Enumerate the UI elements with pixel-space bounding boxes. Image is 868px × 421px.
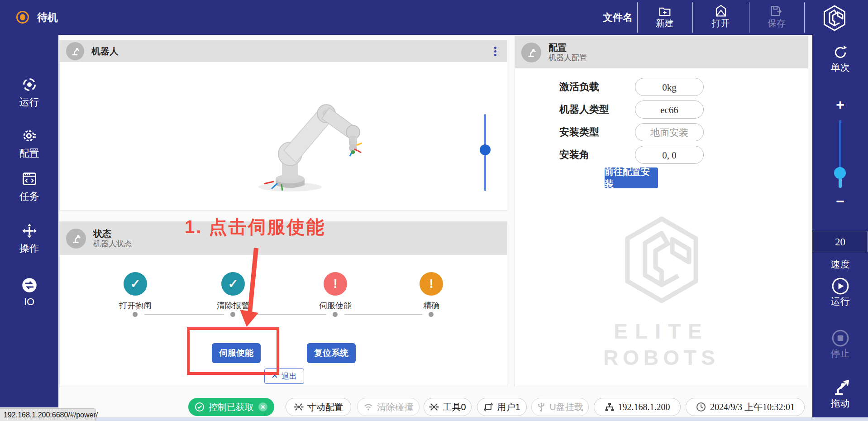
config-row-mount-type: 安装类型 地面安装 <box>515 123 808 141</box>
filename-label: 文件名 <box>561 0 633 35</box>
speed-slider-knob[interactable] <box>834 167 846 179</box>
stop-button[interactable]: 停止 <box>812 329 868 360</box>
step-precise: ! 精确 <box>391 272 472 311</box>
save-file-button[interactable]: 保存 <box>749 0 804 35</box>
speed-plus-button[interactable]: + <box>812 97 868 112</box>
stop-circle-icon <box>831 329 849 347</box>
speed-value-box: 20 <box>813 231 868 252</box>
robot-avatar <box>66 229 86 249</box>
config-row-robot-type: 机器人类型 ec66 <box>515 100 808 119</box>
exclamation-circle-icon: ! <box>420 272 443 296</box>
step-label: 打开抱闸 <box>95 300 176 311</box>
mount-type-value[interactable]: 地面安装 <box>635 123 704 141</box>
status-panel-subtitle: 机器人状态 <box>93 239 132 249</box>
open-icon <box>714 4 728 18</box>
usb-mount-chip[interactable]: U盘挂载 <box>531 398 589 416</box>
tool-chip[interactable]: 工具0 <box>424 398 472 416</box>
config-panel-title: 配置 <box>548 42 587 53</box>
reset-system-label: 复位系统 <box>314 347 348 359</box>
clock-icon <box>696 402 706 412</box>
config-row-payload: 激活负载 0kg <box>515 78 808 96</box>
step-connector <box>242 314 326 315</box>
go-install-config-label: 前往配置安装 <box>605 166 658 190</box>
sidebar-item-label: 操作 <box>0 242 58 255</box>
open-file-button[interactable]: 打开 <box>693 0 749 35</box>
standby-label: 待机 <box>37 0 58 35</box>
move-arrows-icon <box>21 223 38 239</box>
elite-watermark: ELITE ROBOTS <box>515 209 808 370</box>
view-zoom-slider-knob[interactable] <box>480 144 491 155</box>
refresh-icon <box>832 44 849 61</box>
watermark-text-robots: ROBOTS <box>515 345 808 370</box>
control-acquired-chip[interactable]: 控制已获取 <box>188 398 274 416</box>
reset-system-button[interactable]: 复位系统 <box>307 343 356 363</box>
clear-collision-chip[interactable]: 清除碰撞 <box>357 398 420 416</box>
drag-button[interactable]: 拖动 <box>812 378 868 410</box>
drag-robot-icon <box>831 378 850 397</box>
sidebar-item-label: 运行 <box>0 96 58 109</box>
kebab-menu-icon[interactable] <box>491 45 500 58</box>
network-icon <box>605 402 615 412</box>
sidebar-item-label: 任务 <box>0 190 58 203</box>
exclamation-circle-icon: ! <box>324 272 347 296</box>
single-cycle-button[interactable]: 单次 <box>812 44 868 74</box>
run-button[interactable]: 运行 <box>812 277 868 308</box>
sidebar-item-operate[interactable]: 操作 <box>0 223 58 255</box>
robot-avatar <box>521 43 541 62</box>
bottom-edge-strip <box>0 417 868 421</box>
rotate-frame-icon <box>483 402 493 412</box>
user-frame-label: 用户1 <box>497 401 520 413</box>
user-frame-chip[interactable]: 用户1 <box>477 398 527 416</box>
jog-icon <box>294 402 304 412</box>
speed-label: 速度 <box>812 258 868 271</box>
robot-panel: 机器人 <box>59 40 507 210</box>
datetime-chip[interactable]: 2024/9/3 上午10:32:01 <box>686 398 805 416</box>
run-label: 运行 <box>812 295 868 308</box>
annotation-highlight-rect <box>187 327 279 375</box>
clear-collision-label: 清除碰撞 <box>377 401 413 413</box>
payload-value[interactable]: 0kg <box>635 78 704 96</box>
ip-address-chip[interactable]: 192.168.1.200 <box>594 398 681 416</box>
step-dot <box>429 312 434 317</box>
tool-jog-icon <box>429 402 439 412</box>
step-label: 精确 <box>391 300 472 311</box>
config-panel-subtitle: 机器人配置 <box>548 53 587 63</box>
save-icon <box>770 4 783 18</box>
robot-panel-title: 机器人 <box>91 46 119 57</box>
step-dot <box>230 312 235 317</box>
speed-slider-track[interactable] <box>839 120 841 173</box>
usb-icon <box>537 402 546 412</box>
sidebar-item-io[interactable]: IO <box>0 277 58 308</box>
folder-plus-icon <box>658 4 672 18</box>
robot-arm-icon <box>525 47 537 58</box>
single-cycle-label: 单次 <box>812 61 868 74</box>
speed-minus-button[interactable]: − <box>812 194 868 209</box>
payload-label: 激活负载 <box>559 78 599 96</box>
stop-label: 停止 <box>812 347 868 360</box>
jog-config-chip[interactable]: 寸动配置 <box>286 398 351 416</box>
ip-address-value: 192.168.1.200 <box>618 402 670 412</box>
robot-panel-header: 机器人 <box>60 40 507 62</box>
go-install-config-button[interactable]: 前往配置安装 <box>605 167 658 188</box>
sidebar-item-task[interactable]: 任务 <box>0 171 58 203</box>
robot-type-value[interactable]: ec66 <box>635 100 704 119</box>
sidebar-item-config[interactable]: 配置 <box>0 128 58 160</box>
app-root: 待机 文件名 新建 打开 保存 <box>0 0 868 421</box>
status-panel: 状态 机器人状态 ✓ 打开抱闸 ✓ 清除报警 ! 伺服使能 ! 精确 <box>59 221 507 387</box>
robot-3d-render <box>236 86 381 196</box>
annotation-step-text: 1. 点击伺服使能 <box>185 215 325 239</box>
mount-angle-value[interactable]: 0, 0 <box>635 146 704 164</box>
sidebar-item-run[interactable]: 运行 <box>0 77 58 109</box>
new-file-button[interactable]: 新建 <box>638 0 692 35</box>
mount-angle-label: 安装角 <box>559 146 589 164</box>
elite-logo-watermark-icon <box>624 209 700 311</box>
new-file-label: 新建 <box>638 18 692 29</box>
right-sidebar: 单次 + − 20 速度 运行 停止 拖动 <box>812 35 868 421</box>
robot-type-label: 机器人类型 <box>559 100 609 119</box>
save-file-label: 保存 <box>749 18 804 29</box>
usb-mount-label: U盘挂载 <box>549 401 583 413</box>
check-circle-icon: ✓ <box>124 272 147 296</box>
play-circle-icon <box>831 277 849 295</box>
left-sidebar: 运行 配置 任务 操作 <box>0 35 58 407</box>
release-control-x-icon[interactable] <box>258 402 268 412</box>
